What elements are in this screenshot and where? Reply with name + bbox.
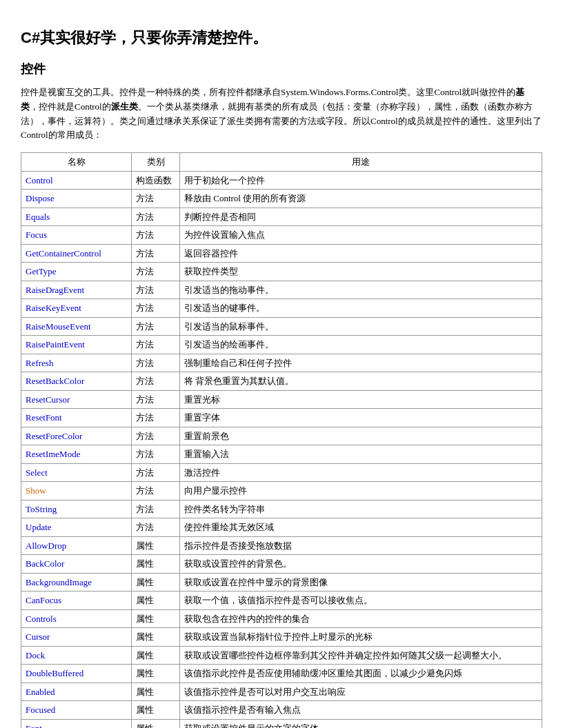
table-row: CanFocus属性获取一个值，该值指示控件是否可以接收焦点。	[21, 592, 542, 610]
table-row: RaiseKeyEvent方法引发适当的键事件。	[21, 299, 542, 318]
member-name[interactable]: ResetCursor	[21, 390, 132, 409]
member-desc: 重置前景色	[180, 427, 542, 445]
member-desc: 获取包含在控件内的控件的集合	[180, 609, 542, 628]
member-type: 方法	[132, 500, 180, 518]
member-desc: 引发适当的绘画事件。	[180, 336, 542, 354]
table-row: Control构造函数用于初始化一个控件	[21, 171, 542, 190]
member-desc: 该值指示此控件是否应使用辅助缓冲区重绘其图面，以减少少避免闪烁	[180, 665, 542, 683]
member-name[interactable]: ResetFont	[21, 409, 132, 427]
member-type: 方法	[132, 299, 180, 318]
member-desc: 重置字体	[180, 409, 542, 427]
member-desc: 用于初始化一个控件	[180, 171, 542, 190]
section-title: 控件	[21, 61, 542, 77]
member-name[interactable]: Update	[21, 518, 132, 537]
member-name[interactable]: Dispose	[21, 190, 132, 208]
member-type: 属性	[132, 609, 180, 628]
member-desc: 该值指示控件是否有输入焦点	[180, 701, 542, 720]
member-type: 属性	[132, 555, 180, 574]
member-name[interactable]: RaiseKeyEvent	[21, 299, 132, 318]
table-row: RaisePaintEvent方法引发适当的绘画事件。	[21, 336, 542, 354]
member-desc: 释放由 Control 使用的所有资源	[180, 190, 542, 208]
table-row: Cursor属性获取或设置当鼠标指针位于控件上时显示的光标	[21, 628, 542, 647]
member-name[interactable]: GetContainerControl	[21, 244, 132, 263]
member-type: 属性	[132, 536, 180, 555]
table-row: Controls属性获取包含在控件内的控件的集合	[21, 609, 542, 628]
table-row: Font属性获取或设置控件显示的文字的字体	[21, 719, 542, 728]
table-row: RaiseDragEvent方法引发适当的拖动事件。	[21, 281, 542, 299]
member-name[interactable]: BackgroundImage	[21, 573, 132, 592]
member-desc: 控件类名转为字符串	[180, 500, 542, 518]
member-desc: 激活控件	[180, 463, 542, 482]
table-row: AllowDrop属性指示控件是否接受拖放数据	[21, 536, 542, 555]
member-type: 方法	[132, 244, 180, 263]
member-desc: 引发适当的键事件。	[180, 299, 542, 318]
member-type: 方法	[132, 390, 180, 409]
table-row: Dispose方法释放由 Control 使用的所有资源	[21, 190, 542, 208]
member-name[interactable]: ResetForeColor	[21, 427, 132, 445]
table-row: ResetFont方法重置字体	[21, 409, 542, 427]
member-desc: 重置输入法	[180, 445, 542, 464]
table-row: Refresh方法强制重绘自己和任何子控件	[21, 354, 542, 372]
members-table: 名称 类别 用途 Control构造函数用于初始化一个控件Dispose方法释放…	[21, 152, 542, 728]
member-name[interactable]: Show	[21, 482, 132, 501]
member-type: 方法	[132, 317, 180, 336]
member-type: 方法	[132, 518, 180, 537]
member-type: 方法	[132, 263, 180, 281]
member-type: 方法	[132, 372, 180, 391]
member-name[interactable]: Controls	[21, 609, 132, 628]
member-desc: 引发适当的拖动事件。	[180, 281, 542, 299]
member-name[interactable]: Focus	[21, 226, 132, 245]
member-type: 方法	[132, 409, 180, 427]
member-name[interactable]: ResetBackColor	[21, 372, 132, 391]
member-name[interactable]: RaiseDragEvent	[21, 281, 132, 299]
member-name[interactable]: Equals	[21, 208, 132, 226]
member-desc: 获取或设置哪些控件边框停靠到其父控件并确定控件如何随其父级一起调整大小。	[180, 646, 542, 665]
member-desc: 获取控件类型	[180, 263, 542, 281]
member-name[interactable]: Focused	[21, 701, 132, 720]
member-name[interactable]: Dock	[21, 646, 132, 665]
table-row: Focus方法为控件设置输入焦点	[21, 226, 542, 245]
table-row: ResetImeMode方法重置输入法	[21, 445, 542, 464]
table-row: RaiseMouseEvent方法引发适当的鼠标事件。	[21, 317, 542, 336]
table-row: ResetForeColor方法重置前景色	[21, 427, 542, 445]
member-name[interactable]: RaiseMouseEvent	[21, 317, 132, 336]
table-row: BackColor属性获取或设置控件的背景色。	[21, 555, 542, 574]
table-row: Update方法使控件重绘其无效区域	[21, 518, 542, 537]
member-desc: 获取或设置控件的背景色。	[180, 555, 542, 574]
member-type: 属性	[132, 646, 180, 665]
member-name[interactable]: GetType	[21, 263, 132, 281]
member-name[interactable]: BackColor	[21, 555, 132, 574]
member-name[interactable]: RaisePaintEvent	[21, 336, 132, 354]
member-name[interactable]: ResetImeMode	[21, 445, 132, 464]
table-row: GetContainerControl方法返回容器控件	[21, 244, 542, 263]
member-desc: 获取或设置控件显示的文字的字体	[180, 719, 542, 728]
table-row: ToString方法控件类名转为字符串	[21, 500, 542, 518]
member-name[interactable]: Refresh	[21, 354, 132, 372]
table-row: Show方法向用户显示控件	[21, 482, 542, 501]
member-name[interactable]: Control	[21, 171, 132, 190]
table-row: Equals方法判断控件是否相同	[21, 208, 542, 226]
member-name[interactable]: CanFocus	[21, 592, 132, 610]
member-desc: 获取一个值，该值指示控件是否可以接收焦点。	[180, 592, 542, 610]
member-desc: 强制重绘自己和任何子控件	[180, 354, 542, 372]
member-type: 方法	[132, 354, 180, 372]
member-type: 方法	[132, 482, 180, 501]
table-row: Enabled属性该值指示控件是否可以对用户交互出响应	[21, 682, 542, 701]
member-type: 方法	[132, 226, 180, 245]
member-type: 属性	[132, 701, 180, 720]
member-type: 方法	[132, 445, 180, 464]
member-desc: 指示控件是否接受拖放数据	[180, 536, 542, 555]
member-type: 属性	[132, 719, 180, 728]
member-name[interactable]: Select	[21, 463, 132, 482]
member-name[interactable]: Cursor	[21, 628, 132, 647]
member-desc: 判断控件是否相同	[180, 208, 542, 226]
page-title: C#其实很好学，只要你弄清楚控件。	[21, 28, 542, 48]
member-name[interactable]: Font	[21, 719, 132, 728]
table-row: Select方法激活控件	[21, 463, 542, 482]
member-name[interactable]: AllowDrop	[21, 536, 132, 555]
member-name[interactable]: Enabled	[21, 682, 132, 701]
member-name[interactable]: DoubleBuffered	[21, 665, 132, 683]
table-row: Focused属性该值指示控件是否有输入焦点	[21, 701, 542, 720]
member-desc: 获取或设置当鼠标指针位于控件上时显示的光标	[180, 628, 542, 647]
member-name[interactable]: ToString	[21, 500, 132, 518]
